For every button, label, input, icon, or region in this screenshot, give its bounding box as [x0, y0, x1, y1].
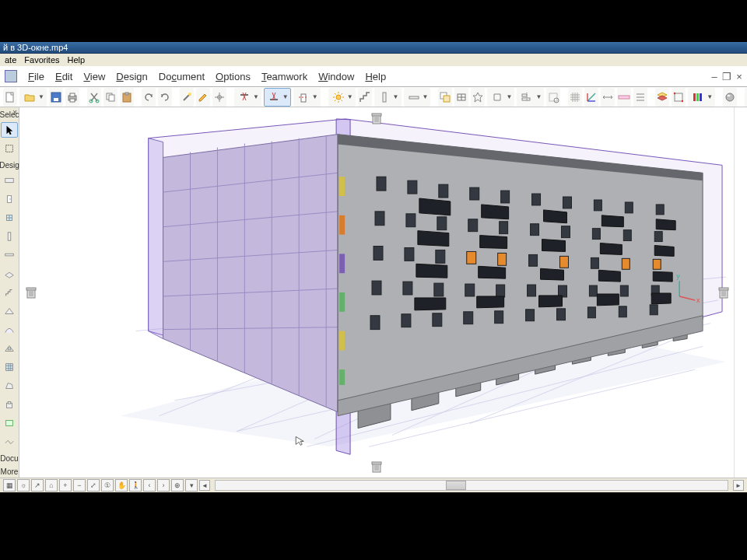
- object-tool-button[interactable]: [1, 397, 18, 412]
- axis-button[interactable]: [584, 88, 598, 107]
- push-pull-button[interactable]: ▼: [487, 88, 514, 107]
- end-group-button[interactable]: [546, 88, 560, 107]
- cut-button[interactable]: [87, 88, 101, 107]
- prev-view-button[interactable]: ‹: [143, 479, 156, 492]
- pan-button[interactable]: ✋: [115, 479, 128, 492]
- curtain-wall-tool-button[interactable]: [1, 359, 18, 375]
- zoom-fit-button[interactable]: ⤢: [87, 479, 100, 492]
- quick-opt3-button[interactable]: ↗: [31, 479, 44, 492]
- undo-button[interactable]: [142, 88, 156, 107]
- save-button[interactable]: [49, 88, 63, 107]
- trim-top-button[interactable]: ▼: [234, 88, 261, 107]
- explode-button[interactable]: [471, 88, 485, 107]
- column-tool-button[interactable]: [1, 229, 18, 244]
- svg-rect-144: [500, 222, 508, 234]
- horizontal-scrollbar[interactable]: [215, 480, 728, 491]
- svg-rect-158: [622, 258, 630, 269]
- zoom-extra-button[interactable]: ⊕: [171, 479, 184, 492]
- menu-document[interactable]: DocumentDocument: [159, 71, 205, 82]
- sun-settings-button[interactable]: ▼: [328, 88, 356, 107]
- column-button-dropdown[interactable]: ▼: [374, 88, 402, 107]
- scroll-thumb[interactable]: [446, 481, 466, 490]
- gravity-button[interactable]: [454, 88, 468, 107]
- trash-right[interactable]: [717, 285, 731, 300]
- edit-pen-button[interactable]: [196, 88, 210, 107]
- zoom-out-button[interactable]: −: [73, 479, 86, 492]
- dimension-button[interactable]: [601, 88, 615, 107]
- magic-wand-button[interactable]: [180, 88, 194, 107]
- svg-rect-133: [470, 187, 479, 200]
- quick-opt2-button[interactable]: ☼: [17, 479, 30, 492]
- roof-tool-button[interactable]: [1, 303, 18, 319]
- next-view-button[interactable]: ›: [157, 479, 170, 492]
- walk-button[interactable]: 🚶: [129, 479, 142, 492]
- mesh-tool-button[interactable]: [1, 434, 18, 450]
- stair-tool-button[interactable]: [1, 285, 18, 300]
- svg-marker-184: [656, 219, 675, 230]
- toolbox-section-more: More: [1, 467, 19, 476]
- copy-button[interactable]: [103, 88, 117, 107]
- beam-button-dropdown[interactable]: ▼: [404, 88, 431, 107]
- open-button[interactable]: ▼: [19, 88, 47, 107]
- menu-file[interactable]: FFileile: [28, 71, 44, 82]
- zoom-caret-button[interactable]: ▾: [185, 479, 198, 492]
- shell-tool-button[interactable]: [1, 322, 18, 338]
- menu-view[interactable]: ViewView: [83, 71, 105, 82]
- scroll-right-button[interactable]: ►: [733, 480, 744, 491]
- host-menu-item[interactable]: ate: [5, 55, 16, 65]
- trash-left[interactable]: [24, 285, 38, 300]
- align-button[interactable]: ▼: [517, 88, 544, 107]
- stairs-button[interactable]: [358, 88, 372, 107]
- wall-tool-button[interactable]: [1, 173, 18, 188]
- door-tool-button[interactable]: [1, 191, 18, 207]
- new-button[interactable]: [3, 88, 17, 107]
- svg-rect-151: [405, 247, 414, 261]
- menu-options[interactable]: OptionsOptions: [216, 71, 251, 82]
- beam-tool-button[interactable]: [1, 247, 18, 263]
- pen-settings-button[interactable]: ▼: [688, 88, 715, 107]
- pick-button[interactable]: [212, 88, 226, 107]
- layer-settings-button[interactable]: [655, 88, 669, 107]
- menu-teamwork[interactable]: TeamworkTeamwork: [261, 71, 307, 82]
- svg-rect-172: [433, 313, 442, 327]
- minimize-child-button[interactable]: –: [710, 71, 719, 82]
- redo-button[interactable]: [158, 88, 172, 107]
- skylight-tool-button[interactable]: [1, 341, 18, 356]
- trim-bottom-button[interactable]: ▼: [264, 88, 291, 107]
- zone-tool-button[interactable]: [1, 415, 18, 431]
- toolbox-section-design: Desig: [0, 161, 19, 170]
- restore-child-button[interactable]: ❐: [722, 71, 731, 82]
- ruler-button[interactable]: [617, 88, 631, 107]
- list-button[interactable]: [633, 88, 647, 107]
- vertical-scrollbar[interactable]: [734, 107, 747, 478]
- arrow-tool-button[interactable]: [1, 122, 18, 138]
- morph-tool-button[interactable]: [1, 378, 18, 394]
- grid-display-button[interactable]: [568, 88, 582, 107]
- menu-help[interactable]: HelpHelp: [365, 71, 386, 82]
- zoom-100-button[interactable]: ①: [101, 479, 114, 492]
- svg-rect-135: [532, 194, 541, 205]
- render-preview-button[interactable]: [723, 88, 737, 107]
- quick-opt4-button[interactable]: ⌂: [45, 479, 58, 492]
- cutting-plane-button[interactable]: ▼: [293, 88, 321, 107]
- slab-tool-button[interactable]: [1, 266, 18, 282]
- close-child-button[interactable]: ×: [735, 71, 744, 82]
- host-menu-item[interactable]: Favorites: [24, 55, 59, 65]
- paste-button[interactable]: [120, 88, 134, 107]
- scroll-left-button[interactable]: ◄: [199, 480, 210, 491]
- print-button[interactable]: [65, 88, 79, 107]
- quick-opt1-button[interactable]: ▦: [3, 479, 16, 492]
- host-menu-item[interactable]: Help: [68, 55, 86, 65]
- trash-top[interactable]: [370, 110, 384, 126]
- menu-window[interactable]: WindowWindow: [318, 71, 354, 82]
- scale-button[interactable]: [672, 88, 686, 107]
- trash-bottom[interactable]: [370, 459, 384, 474]
- menu-edit[interactable]: EditEdit: [55, 71, 72, 82]
- marquee-tool-button[interactable]: [1, 141, 18, 156]
- trace-button[interactable]: [438, 88, 452, 107]
- toolbox-close-button[interactable]: ×: [12, 108, 17, 117]
- 3d-viewport[interactable]: y x: [19, 107, 734, 478]
- window-tool-button[interactable]: [1, 210, 18, 226]
- zoom-in-button[interactable]: +: [59, 479, 72, 492]
- menu-design[interactable]: DesignDesign: [116, 71, 147, 82]
